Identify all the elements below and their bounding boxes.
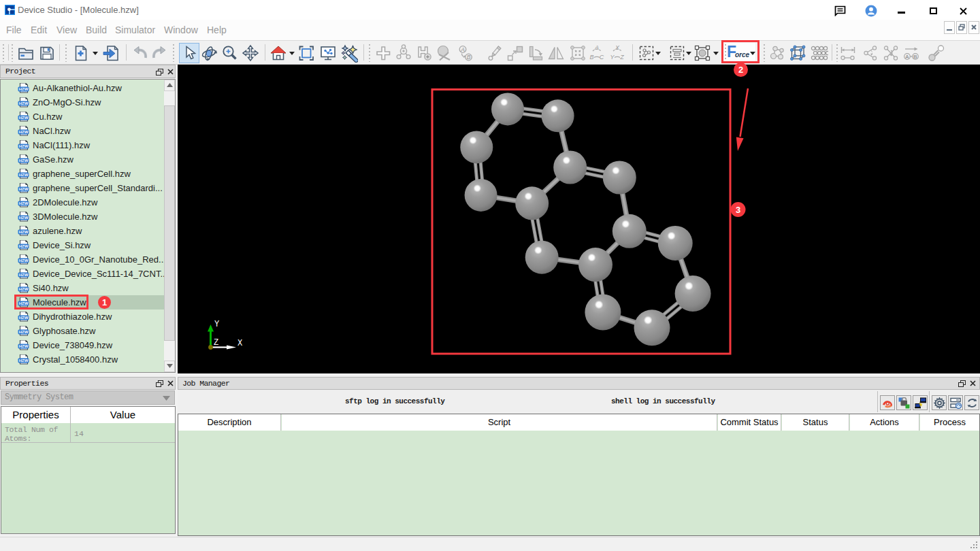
svg-text:HZW: HZW <box>19 158 29 163</box>
svg-text:HZW: HZW <box>19 187 29 191</box>
svg-text:HZW: HZW <box>19 258 29 263</box>
svg-text:HZW: HZW <box>19 244 29 248</box>
svg-text:HZW: HZW <box>19 273 29 277</box>
svg-text:HZW: HZW <box>19 201 29 205</box>
svg-text:HZW: HZW <box>19 216 29 220</box>
svg-text:HZW: HZW <box>19 116 29 120</box>
svg-text:B: B <box>467 54 471 61</box>
svg-text:Y: Y <box>214 320 219 329</box>
svg-text:HZW: HZW <box>19 287 29 291</box>
svg-text:HZW: HZW <box>19 230 29 234</box>
svg-text:HZW: HZW <box>19 358 29 363</box>
svg-text:Z: Z <box>214 338 218 348</box>
svg-text:C: C <box>600 54 604 61</box>
svg-text:HZW: HZW <box>19 173 29 177</box>
svg-text:HZW: HZW <box>19 130 29 134</box>
svg-text:X: X <box>615 44 620 51</box>
svg-text:HZW: HZW <box>19 316 29 320</box>
svg-text:B: B <box>589 54 593 61</box>
svg-text:X: X <box>238 339 242 348</box>
svg-text:HZW: HZW <box>19 101 29 105</box>
svg-text:B: B <box>913 54 917 60</box>
svg-text:HZW: HZW <box>19 330 29 334</box>
svg-text:HZW: HZW <box>19 87 29 91</box>
svg-text:A: A <box>594 44 599 51</box>
svg-text:Z: Z <box>619 54 624 61</box>
svg-text:Y: Y <box>610 54 615 61</box>
svg-text:A: A <box>905 54 909 60</box>
svg-text:A: A <box>460 46 465 53</box>
svg-text:3: 3 <box>736 205 740 215</box>
svg-text:HZW: HZW <box>19 144 29 148</box>
svg-text:HZW: HZW <box>19 344 29 348</box>
